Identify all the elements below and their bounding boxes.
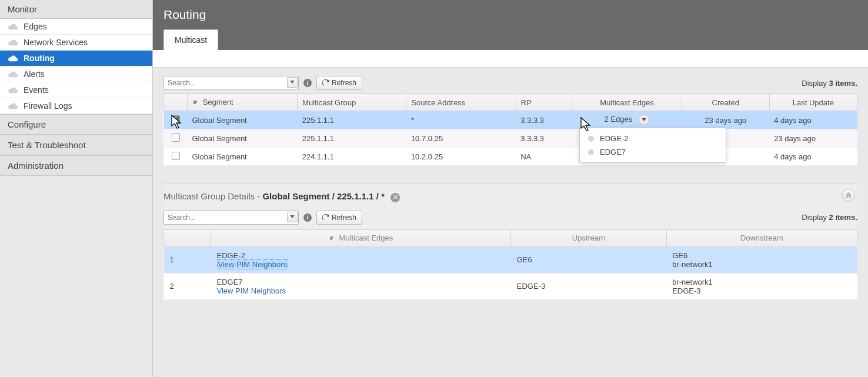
row-checkbox[interactable]	[172, 115, 180, 124]
sidebar-item-alerts[interactable]: Alerts	[0, 66, 152, 82]
status-dot-icon	[588, 136, 594, 142]
cell-updated: 4 days ago	[769, 148, 857, 166]
sort-icon	[192, 98, 198, 107]
close-details-button[interactable]: ✕	[390, 193, 400, 202]
cell-rp: 3.3.3.3	[516, 111, 572, 129]
cell-edge: EDGE7 View PIM Neighbors	[211, 273, 511, 299]
col-mgroup[interactable]: Multicast Group	[298, 94, 406, 111]
cell-src: *	[406, 111, 516, 129]
details-panel: Multicast Group Details - Global Segment…	[163, 184, 857, 300]
details-display-count: Display 2 items.	[802, 213, 857, 222]
sidebar-item-network[interactable]: Network Services	[0, 35, 152, 51]
cell-mgroup: 225.1.1.1	[298, 129, 406, 148]
tab-strip	[153, 50, 868, 68]
refresh-button[interactable]: Refresh	[316, 76, 362, 90]
cell-src: 10.7.0.25	[406, 129, 516, 148]
cell-up: GE6	[511, 246, 666, 273]
col-upstream[interactable]: Upstream	[511, 229, 666, 246]
cell-rp: 3.3.3.3	[516, 129, 572, 148]
cell-mgroup: 224.1.1.1	[298, 148, 406, 166]
dropdown-item-label: EDGE7	[600, 148, 626, 156]
details-search-input[interactable]	[163, 211, 299, 225]
col-medges[interactable]: Multicast Edges	[211, 229, 511, 246]
view-pim-link[interactable]: View PIM Neighbors	[217, 286, 286, 295]
multicast-table: Segment Multicast Group Source Address R…	[163, 94, 857, 166]
chevron-down-icon	[290, 81, 295, 84]
sidebar-item-label: Alerts	[24, 69, 45, 79]
sidebar-section-monitor[interactable]: Monitor	[0, 0, 152, 19]
chevron-down-icon	[290, 215, 295, 219]
cloud-icon	[8, 23, 18, 30]
chevron-up-double-icon	[846, 192, 852, 198]
row-checkbox[interactable]	[172, 152, 180, 160]
cell-num: 2	[164, 273, 211, 299]
cloud-icon	[8, 55, 18, 62]
col-medges[interactable]: Multicast Edges	[572, 94, 682, 111]
edges-expand-button[interactable]	[638, 115, 650, 125]
sort-icon	[329, 234, 335, 243]
refresh-label: Refresh	[332, 79, 356, 87]
details-title: Multicast Group Details - Global Segment…	[163, 191, 857, 208]
sidebar-item-edges[interactable]: Edges	[0, 19, 152, 35]
col-downstream[interactable]: Downstream	[666, 229, 857, 246]
col-num	[164, 229, 211, 246]
sidebar-section-test[interactable]: Test & Troubleshoot	[0, 135, 152, 155]
page-header: Routing Multicast	[153, 0, 868, 50]
table-row[interactable]: Global Segment 225.1.1.1 * 3.3.3.3 2 Edg…	[164, 111, 857, 129]
sidebar-item-label: Edges	[24, 22, 47, 31]
cell-updated: 4 days ago	[769, 111, 857, 129]
cell-segment: Global Segment	[188, 111, 298, 129]
cell-down: br-network1 EDGE-3	[666, 273, 857, 299]
table-row[interactable]: 1 EDGE-2 View PIM Neighbors GE6 GE6 br-n…	[164, 246, 857, 273]
cell-up: EDGE-3	[511, 273, 666, 299]
dropdown-item[interactable]: EDGE7	[580, 145, 726, 159]
view-pim-link[interactable]: View PIM Neighbors	[217, 259, 289, 269]
sidebar-item-label: Firewall Logs	[24, 101, 72, 111]
col-rp[interactable]: RP	[516, 94, 572, 111]
table-row[interactable]: Global Segment 224.1.1.1 10.2.0.25 NA 1 …	[164, 148, 857, 166]
cell-updated: 23 days ago	[769, 129, 857, 148]
collapse-button[interactable]	[842, 189, 855, 202]
col-src[interactable]: Source Address	[406, 94, 516, 111]
cell-down: GE6 br-network1	[666, 246, 857, 273]
sidebar-section-configure[interactable]: Configure	[0, 114, 152, 135]
search-dropdown-button[interactable]	[287, 77, 298, 88]
sidebar-item-label: Network Services	[24, 38, 88, 47]
cell-rp: NA	[516, 148, 572, 166]
cell-mgroup: 225.1.1.1	[298, 111, 406, 129]
col-check	[164, 94, 188, 111]
edges-dropdown[interactable]: EDGE-2 EDGE7	[579, 128, 726, 163]
sidebar-item-label: Events	[24, 85, 49, 95]
sidebar-item-events[interactable]: Events	[0, 82, 152, 98]
cloud-icon	[8, 39, 18, 46]
chevron-down-icon	[642, 118, 646, 122]
dropdown-item[interactable]: EDGE-2	[580, 132, 726, 145]
sidebar-item-firewall[interactable]: Firewall Logs	[0, 98, 152, 114]
sidebar-item-routing[interactable]: Routing	[0, 51, 152, 66]
display-count: Display 3 items.	[802, 79, 857, 88]
details-refresh-button[interactable]: Refresh	[316, 211, 362, 225]
cell-edge: EDGE-2 View PIM Neighbors	[211, 246, 511, 273]
table-row[interactable]: Global Segment 225.1.1.1 10.7.0.25 3.3.3…	[164, 129, 857, 148]
col-segment[interactable]: Segment	[188, 94, 298, 111]
sidebar-item-label: Routing	[24, 54, 55, 63]
col-created[interactable]: Created	[682, 94, 769, 111]
cell-edges: 2 Edges	[572, 111, 682, 129]
search-input[interactable]	[163, 76, 299, 90]
cloud-icon	[8, 86, 18, 94]
tab-multicast[interactable]: Multicast	[163, 29, 218, 50]
row-checkbox[interactable]	[172, 134, 180, 142]
info-icon[interactable]: i	[303, 213, 312, 222]
page-title: Routing	[163, 8, 857, 22]
dropdown-item-label: EDGE-2	[600, 134, 628, 143]
refresh-label: Refresh	[332, 213, 356, 222]
info-icon[interactable]: i	[303, 79, 312, 87]
col-updated[interactable]: Last Update	[769, 94, 857, 111]
status-dot-icon	[588, 149, 594, 155]
sidebar-section-admin[interactable]: Administration	[0, 155, 152, 176]
table-row[interactable]: 2 EDGE7 View PIM Neighbors EDGE-3 br-net…	[164, 273, 857, 299]
search-dropdown-button[interactable]	[287, 212, 298, 222]
cell-segment: Global Segment	[188, 129, 298, 148]
cell-src: 10.2.0.25	[406, 148, 516, 166]
refresh-icon	[322, 214, 329, 221]
